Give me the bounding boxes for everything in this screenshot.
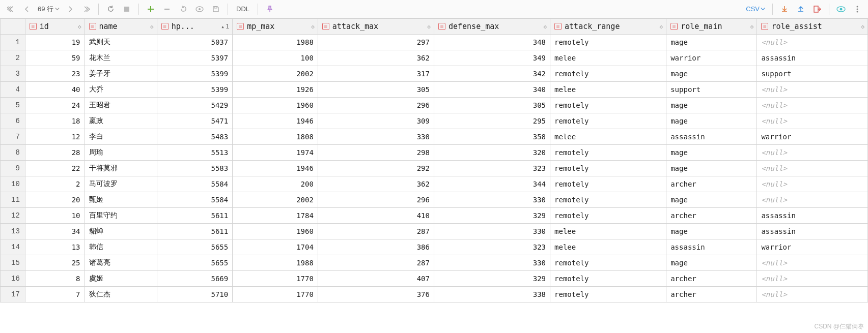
sort-indicator[interactable]: ◇ — [150, 23, 154, 30]
row-count-dropdown[interactable]: 69 行 — [36, 5, 62, 14]
table-row[interactable]: 712李白54831808330358meleeassassinwarrior — [1, 129, 868, 145]
download-button[interactable] — [777, 2, 792, 17]
exit-button[interactable] — [809, 2, 825, 17]
table-row[interactable]: 259花木兰5397100362349meleewarriorassassin — [1, 50, 868, 66]
revert-button[interactable] — [176, 2, 191, 17]
cell-mp[interactable]: 1704 — [233, 239, 318, 255]
cell-mp[interactable]: 2002 — [233, 192, 318, 208]
table-row[interactable]: 1525诸葛亮56551988287330remotelymage<null> — [1, 255, 868, 271]
cell-rmain[interactable]: support — [666, 82, 757, 98]
cell-rasst[interactable]: <null> — [757, 271, 868, 287]
cell-hp[interactable]: 5471 — [157, 113, 233, 129]
cell-rasst[interactable]: <null> — [757, 192, 868, 208]
eye-button[interactable] — [833, 2, 849, 17]
cell-def[interactable]: 348 — [434, 35, 550, 50]
row-gutter[interactable]: 5 — [1, 98, 25, 113]
cell-rasst[interactable]: <null> — [757, 35, 868, 50]
cell-name[interactable]: 嬴政 — [85, 113, 157, 129]
next-page-button[interactable] — [63, 2, 78, 17]
cell-rng[interactable]: melee — [550, 50, 666, 66]
cell-def[interactable]: 329 — [434, 271, 550, 287]
cell-rmain[interactable]: mage — [666, 192, 757, 208]
cell-hp[interactable]: 5655 — [157, 255, 233, 271]
cell-atk[interactable]: 305 — [318, 82, 434, 98]
cell-id[interactable]: 24 — [25, 98, 85, 113]
column-header-id[interactable]: id◇ — [25, 19, 85, 35]
sort-indicator[interactable]: ◇ — [660, 23, 663, 30]
data-grid[interactable]: id◇name◇hp...▴1mp_max◇attack_max◇defense… — [0, 18, 868, 333]
cell-atk[interactable]: 296 — [318, 192, 434, 208]
cell-rasst[interactable]: <null> — [757, 287, 868, 302]
row-gutter[interactable]: 16 — [1, 271, 25, 287]
cell-name[interactable]: 百里守约 — [85, 208, 157, 224]
cell-name[interactable]: 李白 — [85, 129, 157, 145]
cell-rng[interactable]: remotely — [550, 145, 666, 161]
cell-rmain[interactable]: assassin — [666, 239, 757, 255]
cell-atk[interactable]: 287 — [318, 255, 434, 271]
cell-mp[interactable]: 1988 — [233, 35, 318, 50]
cell-id[interactable]: 19 — [25, 35, 85, 50]
cell-rng[interactable]: remotely — [550, 66, 666, 82]
cell-def[interactable]: 344 — [434, 176, 550, 192]
table-row[interactable]: 440大乔53991926305340meleesupport<null> — [1, 82, 868, 98]
column-header-hp[interactable]: hp...▴1 — [157, 19, 233, 35]
table-row[interactable]: 1120甄姬55842002296330remotelymage<null> — [1, 192, 868, 208]
row-gutter[interactable]: 9 — [1, 161, 25, 176]
cell-id[interactable]: 34 — [25, 224, 85, 239]
pin-button[interactable] — [262, 2, 277, 17]
cell-def[interactable]: 320 — [434, 145, 550, 161]
export-format-dropdown[interactable]: CSV — [743, 5, 768, 13]
sort-indicator[interactable]: ◇ — [78, 23, 81, 30]
cell-atk[interactable]: 297 — [318, 35, 434, 50]
cell-id[interactable]: 20 — [25, 192, 85, 208]
column-header-rasst[interactable]: role_assist◇ — [757, 19, 868, 35]
cell-rmain[interactable]: mage — [666, 255, 757, 271]
cell-atk[interactable]: 407 — [318, 271, 434, 287]
row-gutter[interactable]: 2 — [1, 50, 25, 66]
cell-hp[interactable]: 5710 — [157, 287, 233, 302]
refresh-button[interactable] — [103, 2, 118, 17]
row-gutter[interactable]: 1 — [1, 35, 25, 50]
cell-rmain[interactable]: mage — [666, 98, 757, 113]
cell-rng[interactable]: remotely — [550, 98, 666, 113]
cell-hp[interactable]: 5669 — [157, 271, 233, 287]
row-gutter[interactable]: 6 — [1, 113, 25, 129]
cell-rmain[interactable]: archer — [666, 271, 757, 287]
cell-rasst[interactable]: <null> — [757, 161, 868, 176]
cell-name[interactable]: 貂蝉 — [85, 224, 157, 239]
cell-rmain[interactable]: archer — [666, 208, 757, 224]
cell-rasst[interactable]: warrior — [757, 129, 868, 145]
cell-rmain[interactable]: mage — [666, 35, 757, 50]
table-row[interactable]: 1334貂蝉56111960287330meleemageassassin — [1, 224, 868, 239]
cell-hp[interactable]: 5611 — [157, 208, 233, 224]
cell-hp[interactable]: 5037 — [157, 35, 233, 50]
cell-id[interactable]: 22 — [25, 161, 85, 176]
cell-mp[interactable]: 2002 — [233, 66, 318, 82]
cell-rng[interactable]: remotely — [550, 271, 666, 287]
table-row[interactable]: 828周瑜55131974298320remotelymage<null> — [1, 145, 868, 161]
cell-rng[interactable]: melee — [550, 129, 666, 145]
cell-atk[interactable]: 376 — [318, 287, 434, 302]
cell-hp[interactable]: 5655 — [157, 239, 233, 255]
cell-rasst[interactable]: <null> — [757, 82, 868, 98]
cell-def[interactable]: 323 — [434, 239, 550, 255]
cell-name[interactable]: 狄仁杰 — [85, 287, 157, 302]
cell-name[interactable]: 姜子牙 — [85, 66, 157, 82]
sort-indicator[interactable]: ◇ — [750, 23, 754, 30]
table-row[interactable]: 168虞姬56691770407329remotelyarcher<null> — [1, 271, 868, 287]
cell-atk[interactable]: 296 — [318, 98, 434, 113]
cell-id[interactable]: 23 — [25, 66, 85, 82]
cell-id[interactable]: 10 — [25, 208, 85, 224]
last-page-button[interactable] — [79, 2, 94, 17]
cell-id[interactable]: 2 — [25, 176, 85, 192]
cell-atk[interactable]: 317 — [318, 66, 434, 82]
column-header-rmain[interactable]: role_main◇ — [666, 19, 757, 35]
cell-hp[interactable]: 5584 — [157, 176, 233, 192]
cell-atk[interactable]: 292 — [318, 161, 434, 176]
cell-def[interactable]: 330 — [434, 224, 550, 239]
row-gutter[interactable]: 13 — [1, 224, 25, 239]
cell-rasst[interactable]: <null> — [757, 145, 868, 161]
cell-def[interactable]: 340 — [434, 82, 550, 98]
cell-hp[interactable]: 5483 — [157, 129, 233, 145]
cell-rmain[interactable]: assassin — [666, 129, 757, 145]
